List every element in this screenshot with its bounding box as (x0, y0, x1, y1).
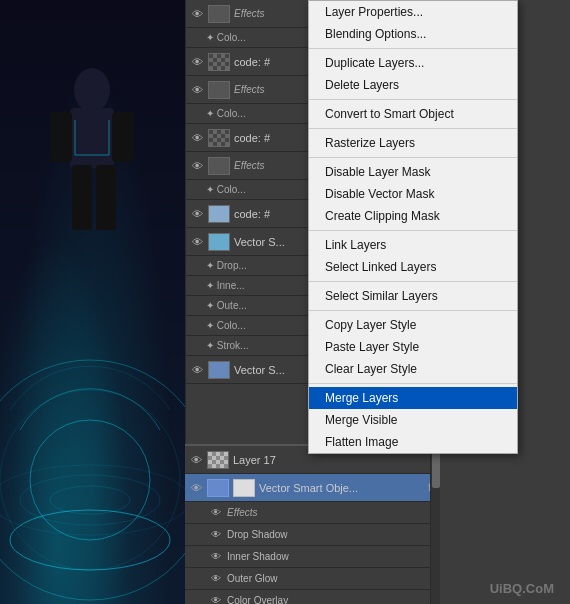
visibility-icon[interactable]: 👁 (190, 55, 204, 69)
layer-thumbnail (208, 157, 230, 175)
svg-rect-6 (50, 112, 72, 162)
layer-thumbnail (208, 129, 230, 147)
visibility-icon[interactable]: 👁 (209, 506, 223, 520)
visibility-icon[interactable]: 👁 (190, 131, 204, 145)
menu-item-delete-layers[interactable]: Delete Layers (309, 74, 517, 96)
canvas-svg (0, 0, 185, 604)
scroll-thumb[interactable] (432, 448, 440, 488)
menu-item-layer-properties[interactable]: Layer Properties... (309, 1, 517, 23)
layer-name: Inner Shadow (227, 551, 436, 562)
menu-item-convert-smart[interactable]: Convert to Smart Object (309, 103, 517, 125)
menu-item-select-linked-layers[interactable]: Select Linked Layers (309, 256, 517, 278)
layer-row-vector-smart-obj[interactable]: 👁 Vector Smart Obje... fx (185, 474, 440, 502)
visibility-icon[interactable]: 👁 (209, 572, 223, 586)
canvas-image-panel (0, 0, 185, 604)
layer-thumbnail (208, 5, 230, 23)
svg-rect-8 (72, 165, 92, 230)
layer-name: Layer 17 (233, 454, 436, 466)
layer-thumbnail (207, 479, 229, 497)
layer-row-drop-shadow[interactable]: 👁 Drop Shadow (185, 524, 440, 546)
menu-item-merge-visible[interactable]: Merge Visible (309, 409, 517, 431)
layer-name: Outer Glow (227, 573, 436, 584)
svg-point-0 (0, 360, 185, 600)
visibility-icon[interactable]: 👁 (190, 207, 204, 221)
layer-thumbnail (208, 53, 230, 71)
layer-thumbnail (208, 361, 230, 379)
layer-name: Color Overlay (227, 595, 436, 604)
menu-item-create-clipping-mask[interactable]: Create Clipping Mask (309, 205, 517, 227)
layer-name: Drop Shadow (227, 529, 436, 540)
svg-point-4 (74, 68, 110, 112)
visibility-icon[interactable]: 👁 (190, 159, 204, 173)
menu-separator (309, 157, 517, 158)
menu-item-blending-options[interactable]: Blending Options... (309, 23, 517, 45)
canvas-content (0, 0, 185, 604)
menu-item-merge-layers[interactable]: Merge Layers (309, 387, 517, 409)
svg-rect-5 (70, 108, 114, 168)
menu-separator (309, 230, 517, 231)
menu-separator (309, 99, 517, 100)
svg-point-1 (0, 390, 180, 570)
svg-rect-9 (96, 165, 116, 230)
menu-separator (309, 310, 517, 311)
menu-item-flatten-image[interactable]: Flatten Image (309, 431, 517, 453)
visibility-icon[interactable]: 👁 (209, 594, 223, 605)
scroll-bar[interactable] (430, 446, 440, 604)
layer-thumbnail (207, 451, 229, 469)
layer-row-color-overlay[interactable]: 👁 Color Overlay (185, 590, 440, 604)
menu-separator (309, 383, 517, 384)
menu-item-link-layers[interactable]: Link Layers (309, 234, 517, 256)
layer-row-effects-sub[interactable]: 👁 Effects (185, 502, 440, 524)
visibility-icon[interactable]: 👁 (190, 83, 204, 97)
bottom-layers-panel: 👁 Layer 17 👁 Vector Smart Obje... fx 👁 E… (185, 444, 440, 604)
visibility-icon[interactable]: 👁 (209, 550, 223, 564)
menu-item-duplicate-layers[interactable]: Duplicate Layers... (309, 52, 517, 74)
svg-point-13 (0, 465, 185, 535)
svg-point-14 (20, 475, 160, 525)
layer-row-outer-glow[interactable]: 👁 Outer Glow (185, 568, 440, 590)
visibility-icon[interactable]: 👁 (190, 235, 204, 249)
layer-row-inner-shadow[interactable]: 👁 Inner Shadow (185, 546, 440, 568)
visibility-icon[interactable]: 👁 (190, 7, 204, 21)
menu-item-disable-layer-mask[interactable]: Disable Layer Mask (309, 161, 517, 183)
menu-item-clear-layer-style[interactable]: Clear Layer Style (309, 358, 517, 380)
menu-item-paste-layer-style[interactable]: Paste Layer Style (309, 336, 517, 358)
layer-thumbnail (208, 233, 230, 251)
menu-item-select-similar-layers[interactable]: Select Similar Layers (309, 285, 517, 307)
menu-item-disable-vector-mask[interactable]: Disable Vector Mask (309, 183, 517, 205)
visibility-icon[interactable]: 👁 (209, 528, 223, 542)
menu-separator (309, 128, 517, 129)
menu-separator (309, 281, 517, 282)
layer-name: Vector Smart Obje... (259, 482, 424, 494)
layer-thumbnail (208, 81, 230, 99)
watermark: UiBQ.CoM (490, 581, 554, 596)
layer-thumbnail (208, 205, 230, 223)
visibility-icon[interactable]: 👁 (189, 481, 203, 495)
svg-rect-7 (112, 112, 134, 162)
visibility-icon[interactable]: 👁 (189, 453, 203, 467)
menu-separator (309, 48, 517, 49)
menu-item-copy-layer-style[interactable]: Copy Layer Style (309, 314, 517, 336)
context-menu: Layer Properties... Blending Options... … (308, 0, 518, 454)
layer-mask-thumbnail (233, 479, 255, 497)
effects-label: Effects (227, 507, 436, 518)
visibility-icon[interactable]: 👁 (190, 363, 204, 377)
menu-item-rasterize-layers[interactable]: Rasterize Layers (309, 132, 517, 154)
